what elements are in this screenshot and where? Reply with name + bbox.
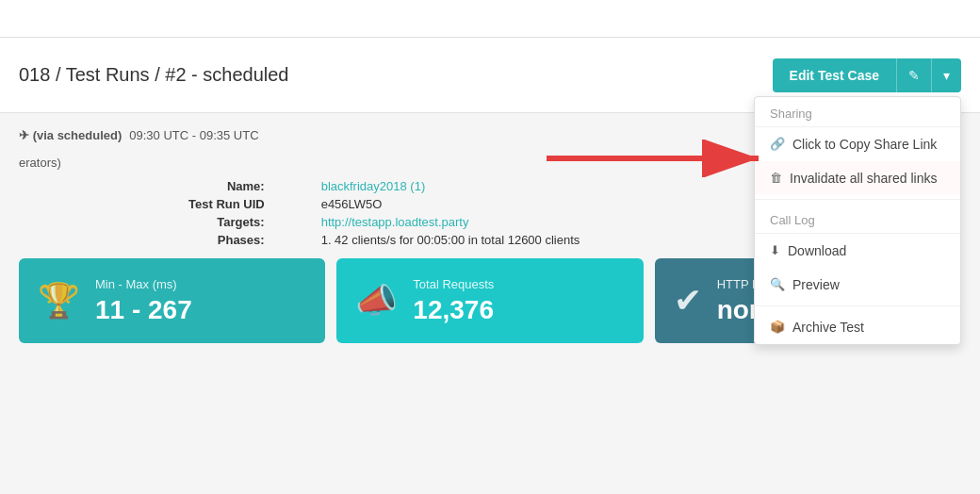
dropdown-toggle-button[interactable]: ▾ [931,58,961,92]
phases-value: 1. 42 clients/s for 00:05:00 in total 12… [321,233,580,247]
edit-test-case-button[interactable]: Edit Test Case [773,58,896,92]
copy-share-link-item[interactable]: 🔗 Click to Copy Share Link [755,127,960,161]
chevron-down-icon: ▾ [943,68,950,83]
page-header: 018 / Test Runs / #2 - scheduled Edit Te… [0,38,980,113]
megaphone-icon: 📣 [355,281,398,321]
edit-icon-button[interactable]: ✎ [896,58,931,92]
archive-icon: 📦 [770,320,785,334]
preview-item[interactable]: 🔍 Preview [755,268,960,302]
response-time-card: 🏆 Min - Max (ms) 11 - 267 [19,258,325,343]
divider-2 [755,305,960,306]
scheduled-info: ✈ (via scheduled) [19,128,122,142]
link-icon: 🔗 [770,137,785,151]
total-requests-label: Total Requests [413,277,494,291]
name-value: blackfriday2018 (1) [321,179,580,193]
response-time-value: 11 - 267 [95,295,192,325]
download-icon: ⬇ [770,243,780,257]
uid-label: Test Run UID [188,197,265,211]
schedule-trigger: ✈ [19,128,29,142]
phases-label: Phases: [218,233,265,247]
dropdown-menu: Sharing 🔗 Click to Copy Share Link 🗑 Inv… [754,96,961,345]
pencil-icon: ✎ [908,68,920,83]
total-requests-value: 12,376 [413,295,494,325]
targets-label: Targets: [217,215,264,229]
call-log-section-label: Call Log [755,204,960,234]
targets-value: http://testapp.loadtest.party [321,215,580,229]
checkmark-icon: ✔ [674,281,702,321]
invalidate-links-item[interactable]: 🗑 Invalidate all shared links [755,161,960,195]
name-link[interactable]: blackfriday2018 (1) [321,179,426,193]
download-item[interactable]: ⬇ Download [755,234,960,268]
sharing-section-label: Sharing [755,97,960,127]
divider-1 [755,199,960,200]
total-requests-card: 📣 Total Requests 12,376 [336,258,643,343]
breadcrumb: 018 / Test Runs / #2 - scheduled [19,64,288,86]
top-bar [0,0,980,38]
uid-value: e456LW5O [321,197,580,211]
schedule-time: 09:30 UTC - 09:35 UTC [129,128,258,142]
trophy-icon: 🏆 [38,281,80,321]
header-actions: Edit Test Case ✎ ▾ Sharing 🔗 Click to Co… [773,58,961,92]
trash-icon: 🗑 [770,171,782,185]
search-icon: 🔍 [770,277,785,291]
name-label: Name: [227,179,265,193]
archive-test-item[interactable]: 📦 Archive Test [755,310,960,344]
response-time-label: Min - Max (ms) [95,277,192,291]
targets-link[interactable]: http://testapp.loadtest.party [321,215,469,229]
